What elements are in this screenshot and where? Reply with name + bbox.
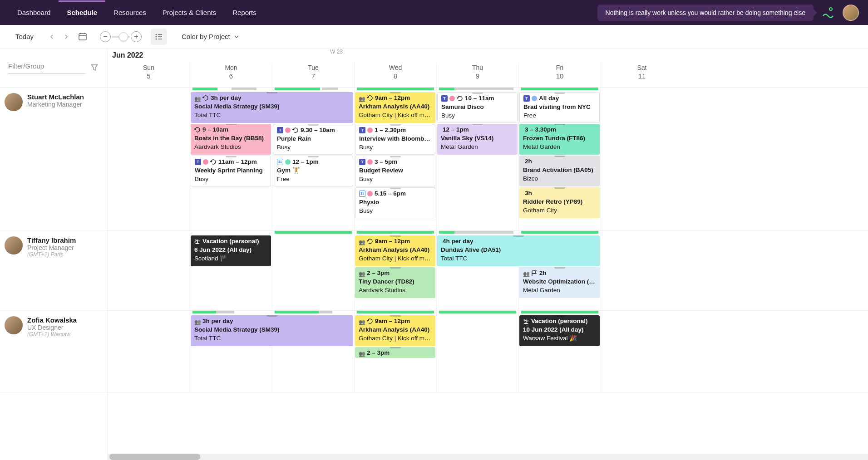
list-view-toggle[interactable]	[151, 29, 167, 45]
event-time-row: 9 – 10am	[194, 126, 267, 134]
calendar-event[interactable]: 9am – 12pm Arkham Analysis (AA40) Gotham…	[355, 315, 435, 346]
event-drag-handle[interactable]	[226, 156, 237, 157]
event-drag-handle[interactable]	[472, 124, 483, 125]
event-time-row: 2 – 3pm	[359, 349, 432, 357]
calendar-event[interactable]: 3h per day Social Media Strategy (SM39) …	[191, 315, 353, 346]
filter-funnel-icon[interactable]	[91, 64, 99, 72]
event-drag-handle[interactable]	[554, 124, 565, 125]
event-drag-handle[interactable]	[308, 156, 319, 157]
zoom-slider[interactable]	[112, 36, 130, 38]
calendar-event[interactable]: 3h Riddler Retro (YP89) Gotham City	[519, 187, 600, 218]
person-row[interactable]: Tiffany Ibrahim Project Manager (GMT+2) …	[0, 231, 107, 311]
event-drag-handle[interactable]	[266, 92, 277, 93]
calendar-event[interactable]: 9am – 12pm Arkham Analysis (AA40) Gotham…	[355, 235, 435, 266]
calendar-cell[interactable]	[601, 231, 683, 310]
calendar-event[interactable]: 1 – 2.30pm Interview with Bloomberg Busy	[355, 124, 435, 155]
event-drag-handle[interactable]	[390, 124, 401, 126]
calendar-event[interactable]: 3 – 3.30pm Frozen Tundra (FT86) Metal Ga…	[519, 124, 600, 155]
person-row[interactable]: Zofia Kowalska UX Designer (GMT+2) Warsa…	[0, 311, 107, 392]
calendar-event[interactable]: 9am – 12pm Arkham Analysis (AA40) Gotham…	[355, 92, 435, 123]
calendar-event[interactable]: 3h per day Social Media Strategy (SM39) …	[191, 92, 353, 123]
event-drag-handle[interactable]	[308, 124, 319, 126]
event-drag-handle[interactable]	[266, 315, 277, 317]
event-title: Purple Rain	[277, 135, 349, 143]
nav-resources[interactable]: Resources	[105, 0, 154, 24]
event-drag-handle[interactable]	[390, 315, 401, 317]
recur-icon	[457, 95, 463, 102]
availability-bar	[439, 88, 455, 90]
event-drag-handle[interactable]	[554, 93, 565, 94]
nav-schedule[interactable]: Schedule	[59, 0, 105, 24]
calendar-event[interactable]: Vacation (personal) 10 Jun 2022 (All day…	[519, 315, 600, 346]
filter-input[interactable]: Filter/Group	[8, 62, 85, 74]
gcal-icon	[277, 159, 283, 165]
event-subtitle: Busy	[359, 207, 431, 215]
person-info: Tiffany Ibrahim Project Manager (GMT+2) …	[27, 236, 76, 305]
calendar-cell[interactable]	[601, 311, 683, 392]
calendar-event[interactable]: All day Brad visiting from NYC Free	[519, 92, 600, 123]
event-drag-handle[interactable]	[554, 187, 565, 189]
nav-reports[interactable]: Reports	[224, 0, 265, 24]
calendar-event[interactable]: Vacation (personal) 6 Jun 2022 (All day)…	[191, 235, 271, 266]
event-drag-handle[interactable]	[390, 267, 401, 269]
calendar-event[interactable]: 9 – 10am Boats in the Bay (BB58) Aardvar…	[191, 124, 271, 155]
status-dot	[367, 159, 373, 165]
zoom-in-button[interactable]: +	[131, 31, 142, 42]
horizontal-scrollbar[interactable]	[108, 454, 868, 460]
prev-week-button[interactable]	[45, 30, 58, 43]
event-drag-handle[interactable]	[554, 267, 565, 269]
calendar-picker-icon[interactable]	[78, 32, 88, 42]
event-time: 3h per day	[202, 318, 233, 324]
event-drag-handle[interactable]	[390, 156, 401, 157]
event-time-row: 3h per day	[194, 94, 350, 103]
today-button[interactable]: Today	[9, 30, 40, 43]
event-drag-handle[interactable]	[226, 235, 237, 237]
calendar-event[interactable]: 12 – 1pm Gym 🏋️ Free	[273, 156, 353, 186]
next-week-button[interactable]	[60, 30, 73, 43]
app-logo-icon[interactable]	[821, 5, 835, 20]
calendar-cell[interactable]	[272, 231, 354, 310]
calendar-event[interactable]: 2h Website Optimization (WO1 Metal Garde…	[519, 267, 600, 298]
nav-dashboard[interactable]: Dashboard	[9, 0, 59, 24]
calendar-cell[interactable]	[108, 311, 190, 392]
calendar-event[interactable]: 2 – 3pm	[355, 347, 435, 358]
event-subtitle: Gotham City | Kick off meeti…	[359, 254, 432, 263]
user-avatar[interactable]	[843, 5, 859, 21]
event-time: 2 – 3pm	[367, 349, 390, 356]
calendar-cell[interactable]	[601, 88, 683, 230]
month-label: Jun 2022	[108, 49, 868, 62]
event-drag-handle[interactable]	[513, 235, 524, 237]
calendar-cell[interactable]	[108, 88, 190, 230]
zoom-handle[interactable]	[119, 32, 128, 41]
event-drag-handle[interactable]	[554, 315, 565, 317]
event-drag-handle[interactable]	[390, 347, 401, 348]
event-drag-handle[interactable]	[226, 124, 237, 125]
person-row[interactable]: Stuart McLachlan Marketing Manager	[0, 88, 107, 231]
calendar-cell[interactable]	[108, 231, 190, 310]
zoom-out-button[interactable]: −	[100, 31, 111, 42]
calendar-grid[interactable]: Jun 2022 W 23 Sun5Mon6Tue7Wed8Thu9Fri10S…	[108, 49, 868, 460]
calendar-cell[interactable]	[436, 311, 518, 392]
event-drag-handle[interactable]	[554, 156, 565, 157]
calendar-event[interactable]: 10 – 11am Samurai Disco Busy	[437, 92, 518, 123]
event-title: Samurai Disco	[441, 103, 513, 112]
calendar-event[interactable]: 2 – 3pm Tiny Dancer (TD82) Aardvark Stud…	[355, 267, 435, 298]
event-drag-handle[interactable]	[390, 188, 401, 189]
calendar-event[interactable]: 4h per day Dundas Alive (DA51) Total TTC	[437, 235, 600, 266]
event-title: Riddler Retro (YP89)	[523, 198, 596, 206]
recur-icon	[194, 127, 201, 133]
color-by-dropdown[interactable]: Color by Project	[182, 33, 239, 40]
calendar-event[interactable]: 5.15 – 6pm Physio Busy	[355, 187, 435, 218]
event-title: Arkham Analysis (AA40)	[359, 246, 432, 254]
calendar-event[interactable]: 9.30 – 10am Purple Rain Busy	[273, 124, 353, 155]
event-drag-handle[interactable]	[472, 93, 483, 94]
calendar-event[interactable]: 12 – 1pm Vanilla Sky (VS14) Metal Garden	[437, 124, 518, 155]
event-drag-handle[interactable]	[390, 92, 401, 93]
nav-projects[interactable]: Projects & Clients	[154, 0, 224, 24]
calendar-event[interactable]: 2h Brand Activation (BA05) Bizco	[519, 156, 600, 186]
scrollbar-thumb[interactable]	[109, 454, 200, 460]
calendar-event[interactable]: 3 – 5pm Budget Review Busy	[355, 156, 435, 186]
vacation-icon	[194, 238, 201, 245]
calendar-event[interactable]: 11am – 12pm Weekly Sprint Planning Busy	[191, 156, 271, 186]
event-drag-handle[interactable]	[390, 235, 401, 237]
